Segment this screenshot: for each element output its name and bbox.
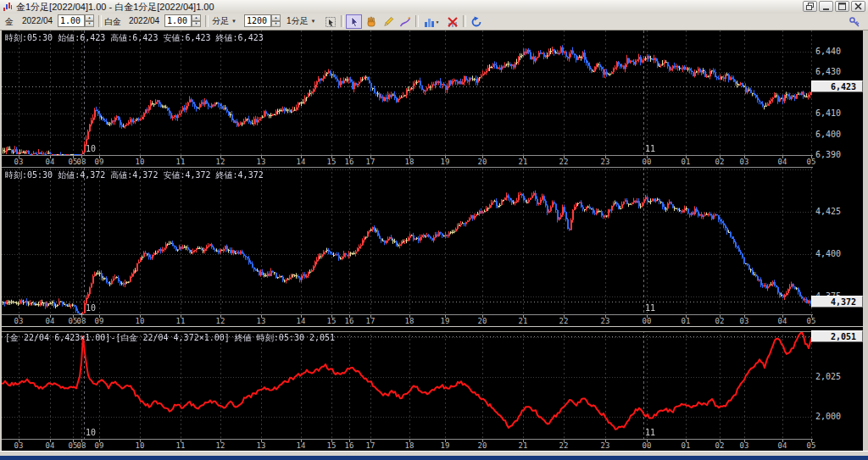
x-axis-tick-label: 21: [519, 158, 528, 166]
platinum-multiplier-input[interactable]: [164, 14, 192, 27]
gold-month: 2022/04: [22, 16, 53, 25]
x-axis-tick-label: 02: [715, 317, 725, 325]
hand-icon: [365, 16, 377, 28]
x-axis-tick-label: 19: [441, 317, 450, 325]
x-axis-tick-label: 12: [216, 441, 225, 450]
chevron-down-icon: ▼: [311, 19, 316, 24]
x-axis-tick-label: 20: [478, 441, 487, 450]
x-axis-tick-label: 11: [176, 317, 186, 325]
maximize-icon: [838, 3, 846, 10]
x-axis-tick-label: 14: [297, 158, 306, 166]
y-axis-label: 6,430: [815, 67, 841, 76]
x-axis-tick-label: 04: [46, 158, 55, 166]
cursor-icon: [348, 16, 360, 28]
interval-dropdown[interactable]: 1分足▼: [287, 15, 316, 26]
y-axis-label: 4,400: [815, 249, 841, 258]
platinum-multiplier-stepper[interactable]: ▲▼: [192, 14, 201, 27]
window-left-edge: [0, 30, 2, 451]
minimize-button[interactable]: [819, 1, 833, 12]
gold-multiplier-stepper[interactable]: ▲▼: [85, 14, 94, 27]
brush-tool-button[interactable]: [397, 14, 413, 29]
layers-button[interactable]: [803, 1, 817, 12]
region-select-icon: [325, 16, 337, 28]
x-axis-tick-label: 22: [559, 317, 569, 325]
maximize-button[interactable]: [835, 1, 849, 12]
x-axis-tick-label: 13: [257, 317, 266, 325]
x-axis-tick-label: 18: [405, 441, 415, 450]
hand-tool-button[interactable]: [363, 14, 379, 29]
chart-type-icon: [424, 16, 436, 28]
x-axis-tick-label: 15: [327, 441, 337, 450]
chart-header-1: 時刻:05:30 始値:6,423 高値:6,423 安値:6,423 終値:6…: [5, 32, 264, 44]
x-axis-tick-label: 00: [643, 317, 652, 325]
x-axis-tick-label: 13: [257, 441, 266, 450]
x-axis-tick-label: 08: [77, 441, 86, 450]
x-axis-tick-label: 17: [366, 441, 376, 450]
x-axis-tick-label: 03: [14, 441, 24, 450]
x-axis-tick-label: 03: [740, 441, 749, 450]
window-controls: [803, 1, 865, 12]
x-axis-tick-label: 17: [366, 158, 376, 166]
close-button[interactable]: [851, 1, 865, 12]
x-axis-tick-label: 11: [176, 441, 186, 450]
x-axis-tick-label: 21: [519, 317, 528, 325]
close-icon: [854, 3, 862, 10]
key-button[interactable]: [846, 14, 862, 29]
x-axis-tick-label: 11: [176, 158, 186, 166]
clear-indicator-button[interactable]: [444, 14, 460, 29]
x-axis-tick-label: 08: [77, 317, 86, 325]
app-window: 金1分足[2022/04]1.00 - 白金1分足[2022/04]1.00 金…: [0, 0, 868, 460]
day-label: 10: [86, 144, 96, 153]
y-axis-label: 6,410: [815, 108, 841, 118]
x-axis-tick-label: 01: [682, 441, 691, 450]
gold-multiplier-input[interactable]: [58, 14, 85, 27]
bar-count-stepper[interactable]: ▲▼: [271, 14, 281, 27]
chart-header-2: 時刻:05:30 始値:4,372 高値:4,372 安値:4,372 終値:4…: [5, 169, 264, 181]
x-axis-tick-label: 10: [136, 317, 145, 325]
pencil-icon: [382, 16, 394, 28]
period-dropdown[interactable]: 分足▼: [212, 15, 236, 26]
x-axis-tick-label: 03: [740, 158, 749, 166]
key-icon: [849, 16, 860, 28]
y-axis-label: 2,025: [815, 372, 841, 381]
x-axis-tick-label: 15: [327, 317, 337, 325]
bar-count-input[interactable]: [244, 14, 271, 27]
toolbar: 金 2022/04 ▲▼ 白金 2022/04 ▲▼ 分足▼ ▲▼ 1分足▼: [0, 14, 868, 30]
x-axis-tick-label: 12: [216, 158, 225, 166]
pane-separator[interactable]: [0, 326, 868, 332]
app-icon: [3, 2, 13, 12]
x-axis-tick-label: 05: [807, 158, 816, 166]
x-axis-tick-label: 04: [46, 317, 55, 325]
x-axis-3: 0304050809101112131415161718192021222300…: [2, 439, 813, 452]
x-axis-tick-label: 03: [740, 317, 749, 325]
x-axis-tick-label: 03: [14, 158, 24, 166]
pencil-tool-button[interactable]: [380, 14, 396, 29]
day-label: 10: [86, 428, 96, 437]
toolbar-separator: [415, 15, 419, 27]
spread-line-chart[interactable]: [2, 330, 813, 439]
region-select-button[interactable]: [322, 14, 338, 29]
x-axis-tick-label: 19: [441, 441, 450, 450]
day-label: 11: [645, 303, 655, 313]
y-axis-gutter-3: [813, 330, 863, 451]
day-label: 10: [86, 303, 96, 313]
chart-type-button[interactable]: ▼: [420, 14, 442, 29]
x-axis-tick-label: 19: [441, 158, 450, 166]
cursor-tool-button[interactable]: [346, 14, 362, 29]
title-bar: 金1分足[2022/04]1.00 - 白金1分足[2022/04]1.00: [0, 0, 868, 14]
x-axis-tick-label: 05: [807, 441, 816, 450]
chart-header-3: [金 22/04 6,423×1.00]-[白金 22/04 4,372×1.0…: [5, 332, 335, 344]
x-axis-tick-label: 02: [715, 158, 725, 166]
x-axis-tick-label: 17: [366, 317, 376, 325]
window-title: 金1分足[2022/04]1.00 - 白金1分足[2022/04]1.00: [16, 1, 214, 14]
x-axis-tick-label: 23: [601, 441, 610, 450]
refresh-button[interactable]: [468, 14, 484, 29]
x-axis-tick-label: 10: [136, 441, 145, 450]
x-axis-tick-label: 14: [297, 317, 306, 325]
x-axis-tick-label: 00: [643, 441, 652, 450]
candlestick-chart-1[interactable]: [2, 30, 813, 155]
x-axis-tick-label: 18: [405, 158, 415, 166]
x-axis-tick-label: 01: [682, 317, 691, 325]
x-axis-tick-label: 04: [778, 317, 787, 325]
candlestick-chart-2[interactable]: [2, 168, 813, 314]
